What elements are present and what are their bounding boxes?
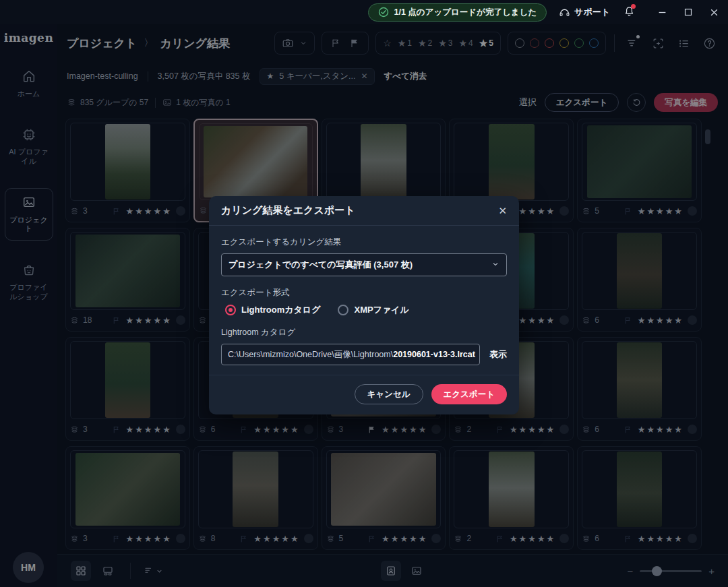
format-options: Lightroomカタログ XMPファイル <box>225 304 507 316</box>
support-label: サポート <box>574 6 610 18</box>
notifications-button[interactable] <box>624 5 635 20</box>
window-controls <box>658 8 719 17</box>
radio-label: XMPファイル <box>354 304 408 316</box>
catalog-path-row: C:\Users\mizmizo\OneDrive\画像\Lightroom\2… <box>221 344 507 365</box>
toast-text: 1/1 点のアップロードが完了しました <box>394 7 537 18</box>
catalog-path-label: Lightroom カタログ <box>221 327 507 338</box>
chevron-down-icon <box>491 259 499 271</box>
check-circle-icon <box>378 7 389 18</box>
show-in-folder-button[interactable]: 表示 <box>489 348 507 361</box>
result-select-label: エクスポートするカリング結果 <box>221 237 507 248</box>
close-button[interactable] <box>710 8 719 17</box>
maximize-button[interactable] <box>684 8 692 16</box>
dialog-close-icon[interactable]: ✕ <box>498 205 507 217</box>
app-window: 1/1 点のアップロードが完了しました サポート <box>0 0 728 587</box>
dialog-export-button[interactable]: エクスポート <box>431 384 507 404</box>
result-select-value: プロジェクトでのすべての写真評価 (3,507 枚) <box>229 259 413 271</box>
upload-complete-toast: 1/1 点のアップロードが完了しました <box>368 3 547 22</box>
result-select[interactable]: プロジェクトでのすべての写真評価 (3,507 枚) <box>221 253 507 276</box>
radio-xmp-files[interactable]: XMPファイル <box>338 304 408 316</box>
export-dialog: カリング結果をエクスポート ✕ エクスポートするカリング結果 プロジェクトでのす… <box>209 196 519 414</box>
dialog-body: エクスポートするカリング結果 プロジェクトでのすべての写真評価 (3,507 枚… <box>209 226 519 375</box>
dialog-header: カリング結果をエクスポート ✕ <box>209 196 519 226</box>
radio-selected-icon <box>225 305 236 315</box>
dialog-title: カリング結果をエクスポート <box>221 204 355 217</box>
radio-label: Lightroomカタログ <box>241 304 320 316</box>
catalog-file-name: 20190601-v13-3.lrcat <box>393 350 475 359</box>
format-label: エクスポート形式 <box>221 287 507 299</box>
radio-unselected-icon <box>338 305 348 315</box>
titlebar: 1/1 点のアップロードが完了しました サポート <box>0 0 728 24</box>
support-button[interactable]: サポート <box>559 6 610 18</box>
catalog-path-input[interactable]: C:\Users\mizmizo\OneDrive\画像\Lightroom\2… <box>221 344 480 365</box>
cancel-button[interactable]: キャンセル <box>355 384 423 404</box>
catalog-path-prefix: C:\Users\mizmizo\OneDrive\画像\Lightroom\ <box>228 349 393 361</box>
radio-lightroom-catalog[interactable]: Lightroomカタログ <box>225 304 320 316</box>
dialog-footer: キャンセル エクスポート <box>209 375 519 414</box>
minimize-button[interactable] <box>658 8 667 17</box>
notification-dot <box>631 4 636 9</box>
headset-icon <box>559 7 570 18</box>
